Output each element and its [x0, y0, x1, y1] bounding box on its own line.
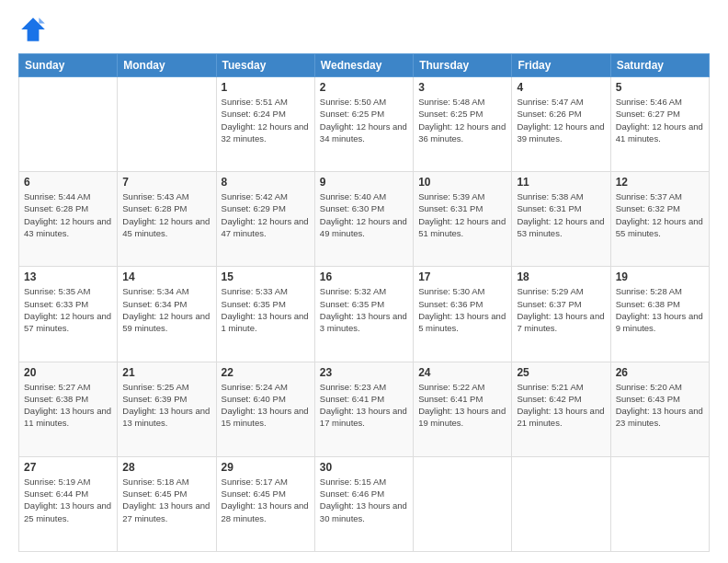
calendar-cell: 4Sunrise: 5:47 AM Sunset: 6:26 PM Daylig… [512, 77, 610, 172]
day-info: Sunrise: 5:34 AM Sunset: 6:34 PM Dayligh… [122, 285, 210, 334]
calendar-week-row: 6Sunrise: 5:44 AM Sunset: 6:28 PM Daylig… [19, 172, 710, 267]
calendar-cell: 23Sunrise: 5:23 AM Sunset: 6:41 PM Dayli… [314, 362, 413, 456]
day-number: 1 [222, 81, 310, 94]
day-info: Sunrise: 5:24 AM Sunset: 6:40 PM Dayligh… [222, 381, 310, 430]
day-info: Sunrise: 5:17 AM Sunset: 6:45 PM Dayligh… [222, 476, 310, 524]
calendar-cell: 19Sunrise: 5:28 AM Sunset: 6:38 PM Dayli… [610, 267, 709, 362]
calendar-header-row: SundayMondayTuesdayWednesdayThursdayFrid… [19, 54, 710, 77]
calendar-cell: 13Sunrise: 5:35 AM Sunset: 6:33 PM Dayli… [19, 267, 118, 362]
calendar-cell [610, 456, 709, 551]
day-number: 10 [418, 176, 506, 189]
day-number: 19 [616, 270, 704, 283]
day-number: 6 [24, 176, 112, 189]
calendar-cell [19, 77, 118, 172]
day-number: 27 [24, 461, 112, 474]
day-info: Sunrise: 5:46 AM Sunset: 6:27 PM Dayligh… [616, 96, 704, 144]
day-info: Sunrise: 5:22 AM Sunset: 6:41 PM Dayligh… [418, 381, 506, 430]
svg-marker-1 [39, 17, 44, 23]
calendar-week-row: 1Sunrise: 5:51 AM Sunset: 6:24 PM Daylig… [19, 77, 710, 172]
day-number: 17 [418, 270, 506, 283]
day-number: 11 [517, 176, 605, 189]
calendar-week-row: 20Sunrise: 5:27 AM Sunset: 6:38 PM Dayli… [19, 362, 710, 456]
calendar-cell: 12Sunrise: 5:37 AM Sunset: 6:32 PM Dayli… [610, 172, 709, 267]
calendar-day-header: Sunday [19, 54, 118, 77]
day-info: Sunrise: 5:44 AM Sunset: 6:28 PM Dayligh… [24, 190, 112, 239]
day-number: 12 [616, 176, 704, 189]
calendar-cell [512, 456, 610, 551]
day-number: 28 [122, 461, 210, 474]
day-info: Sunrise: 5:25 AM Sunset: 6:39 PM Dayligh… [122, 381, 210, 430]
day-info: Sunrise: 5:48 AM Sunset: 6:25 PM Dayligh… [418, 96, 506, 144]
calendar-cell: 2Sunrise: 5:50 AM Sunset: 6:25 PM Daylig… [314, 77, 413, 172]
calendar-week-row: 13Sunrise: 5:35 AM Sunset: 6:33 PM Dayli… [19, 267, 710, 362]
day-info: Sunrise: 5:19 AM Sunset: 6:44 PM Dayligh… [24, 476, 112, 524]
calendar-cell: 7Sunrise: 5:43 AM Sunset: 6:28 PM Daylig… [118, 172, 216, 267]
day-info: Sunrise: 5:35 AM Sunset: 6:33 PM Dayligh… [24, 285, 112, 334]
day-info: Sunrise: 5:20 AM Sunset: 6:43 PM Dayligh… [616, 381, 704, 430]
calendar-cell: 15Sunrise: 5:33 AM Sunset: 6:35 PM Dayli… [216, 267, 314, 362]
logo-icon [18, 15, 48, 44]
day-info: Sunrise: 5:18 AM Sunset: 6:45 PM Dayligh… [122, 476, 210, 524]
day-number: 13 [24, 270, 112, 283]
day-number: 15 [222, 270, 310, 283]
day-number: 29 [222, 461, 310, 474]
day-info: Sunrise: 5:15 AM Sunset: 6:46 PM Dayligh… [320, 476, 408, 524]
calendar-week-row: 27Sunrise: 5:19 AM Sunset: 6:44 PM Dayli… [19, 456, 710, 551]
day-number: 22 [222, 366, 310, 379]
calendar-cell: 1Sunrise: 5:51 AM Sunset: 6:24 PM Daylig… [216, 77, 314, 172]
calendar-cell: 16Sunrise: 5:32 AM Sunset: 6:35 PM Dayli… [314, 267, 413, 362]
day-number: 25 [517, 366, 605, 379]
calendar-day-header: Wednesday [314, 54, 413, 77]
day-number: 18 [517, 270, 605, 283]
day-number: 4 [517, 81, 605, 94]
calendar-cell: 30Sunrise: 5:15 AM Sunset: 6:46 PM Dayli… [314, 456, 413, 551]
day-number: 23 [320, 366, 408, 379]
calendar-table: SundayMondayTuesdayWednesdayThursdayFrid… [18, 53, 710, 552]
day-info: Sunrise: 5:32 AM Sunset: 6:35 PM Dayligh… [320, 285, 408, 334]
calendar-cell: 5Sunrise: 5:46 AM Sunset: 6:27 PM Daylig… [610, 77, 709, 172]
day-info: Sunrise: 5:40 AM Sunset: 6:30 PM Dayligh… [320, 190, 408, 239]
header [18, 15, 710, 44]
calendar-day-header: Tuesday [216, 54, 314, 77]
day-number: 9 [320, 176, 408, 189]
day-number: 16 [320, 270, 408, 283]
day-number: 26 [616, 366, 704, 379]
day-info: Sunrise: 5:27 AM Sunset: 6:38 PM Dayligh… [24, 381, 112, 430]
day-info: Sunrise: 5:21 AM Sunset: 6:42 PM Dayligh… [517, 381, 605, 430]
day-info: Sunrise: 5:23 AM Sunset: 6:41 PM Dayligh… [320, 381, 408, 430]
calendar-cell: 21Sunrise: 5:25 AM Sunset: 6:39 PM Dayli… [118, 362, 216, 456]
day-info: Sunrise: 5:29 AM Sunset: 6:37 PM Dayligh… [517, 285, 605, 334]
day-info: Sunrise: 5:39 AM Sunset: 6:31 PM Dayligh… [418, 190, 506, 239]
calendar-day-header: Thursday [414, 54, 512, 77]
day-info: Sunrise: 5:42 AM Sunset: 6:29 PM Dayligh… [222, 190, 310, 239]
calendar-cell [118, 77, 216, 172]
calendar-cell: 9Sunrise: 5:40 AM Sunset: 6:30 PM Daylig… [314, 172, 413, 267]
calendar-day-header: Monday [118, 54, 216, 77]
day-info: Sunrise: 5:47 AM Sunset: 6:26 PM Dayligh… [517, 96, 605, 144]
day-number: 20 [24, 366, 112, 379]
calendar-cell: 10Sunrise: 5:39 AM Sunset: 6:31 PM Dayli… [414, 172, 512, 267]
day-number: 2 [320, 81, 408, 94]
day-number: 30 [320, 461, 408, 474]
day-info: Sunrise: 5:43 AM Sunset: 6:28 PM Dayligh… [122, 190, 210, 239]
calendar-cell [414, 456, 512, 551]
day-number: 7 [122, 176, 210, 189]
day-number: 8 [222, 176, 310, 189]
day-info: Sunrise: 5:33 AM Sunset: 6:35 PM Dayligh… [222, 285, 310, 334]
calendar-cell: 8Sunrise: 5:42 AM Sunset: 6:29 PM Daylig… [216, 172, 314, 267]
day-info: Sunrise: 5:30 AM Sunset: 6:36 PM Dayligh… [418, 285, 506, 334]
calendar-cell: 24Sunrise: 5:22 AM Sunset: 6:41 PM Dayli… [414, 362, 512, 456]
calendar-cell: 17Sunrise: 5:30 AM Sunset: 6:36 PM Dayli… [414, 267, 512, 362]
day-info: Sunrise: 5:38 AM Sunset: 6:31 PM Dayligh… [517, 190, 605, 239]
day-info: Sunrise: 5:37 AM Sunset: 6:32 PM Dayligh… [616, 190, 704, 239]
day-number: 14 [122, 270, 210, 283]
day-number: 3 [418, 81, 506, 94]
day-info: Sunrise: 5:51 AM Sunset: 6:24 PM Dayligh… [222, 96, 310, 144]
day-info: Sunrise: 5:28 AM Sunset: 6:38 PM Dayligh… [616, 285, 704, 334]
calendar-cell: 6Sunrise: 5:44 AM Sunset: 6:28 PM Daylig… [19, 172, 118, 267]
calendar-cell: 29Sunrise: 5:17 AM Sunset: 6:45 PM Dayli… [216, 456, 314, 551]
day-number: 5 [616, 81, 704, 94]
calendar-cell: 18Sunrise: 5:29 AM Sunset: 6:37 PM Dayli… [512, 267, 610, 362]
calendar-cell: 25Sunrise: 5:21 AM Sunset: 6:42 PM Dayli… [512, 362, 610, 456]
calendar-cell: 28Sunrise: 5:18 AM Sunset: 6:45 PM Dayli… [118, 456, 216, 551]
